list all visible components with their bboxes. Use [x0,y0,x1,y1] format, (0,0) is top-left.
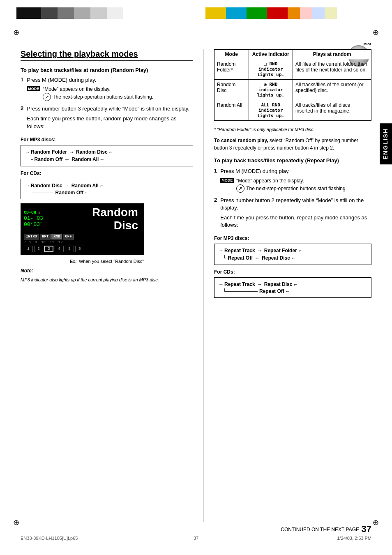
indicator-line: ◉ RND [264,82,277,87]
repeat-step1-number: 1 [214,168,217,194]
repeat-step1-text: Press M (MODE) during play. [220,168,371,175]
num-6: 6 [75,246,84,252]
main-content: Selecting the playback modes To play bac… [21,49,371,522]
cancel-text-block: To cancel random play, select “Random Of… [214,137,371,152]
display-title-large: RandomDisc [92,206,141,232]
table-cell-plays: All files of the current folder, then fi… [293,59,371,80]
reg-mark-bl: ⊕ [13,518,19,527]
table-cell-mode: Random Folder* [214,59,249,80]
display-top-numbers: 789101112 [24,240,141,244]
for-mp3-label: For MP3 discs: [21,137,193,143]
mode-table: Mode Active indicator Plays at random Ra… [214,49,371,121]
indicator-line: lights up. [257,72,284,77]
mp3-label: MP3 [363,42,371,46]
btn-rnd: RND [51,234,62,240]
indicator-line: indicator [258,108,283,113]
flow-cd-diagram: → Random Disc → Random All ⌐ └────── Ran… [21,179,193,199]
page-title: Selecting the playback modes [21,49,193,61]
repeat-step1-row: 1 Press M (MODE) during play. MODE “Mode… [214,168,371,194]
note-block: Note: [21,267,193,274]
flow-mp3-r2-i1: Random Off [35,157,63,162]
repeat-step2-row: 2 Press number button 2 repeatedly while… [214,197,371,232]
repeat-for-mp3-label: For MP3 discs: [214,235,371,241]
repeat-step1-content: Press M (MODE) during play. MODE “Mode” … [220,168,371,194]
step1-desc1: “Mode” appears on the display. [43,86,153,92]
table-cell-plays: All tracks/files of the current (or spec… [293,80,371,100]
repeat-step1-desc2: The next-step-operation buttons start fl… [246,186,347,191]
header-color-bars [16,7,376,19]
repeat-step2-content: Press number button 2 repeatedly while “… [220,197,371,232]
num-5: 5 [65,246,74,252]
indicator-line: indicator [258,67,283,72]
repeat-flow-mp3-diagram: → Repeat Track → Repeat Folder ⌐ └ Repea… [214,244,371,265]
ex-label: Ex.: When you select "Random Disc" [21,259,193,264]
step2-row: 2 Press number button 3 repeatedly while… [21,105,193,133]
step2-number: 2 [21,105,23,133]
table-cell-plays: All tracks/files of all discs inserted i… [293,100,371,121]
repeat-step1-desc1: “Mode” appears on the display. [236,178,347,184]
rep-flow-mp3-r1-i2: Repeat Folder [264,248,297,253]
step1-desc2: The next-step-operation buttons start fl… [53,94,153,100]
rep-flow-cd-r1-i1: Repeat Track [224,281,255,287]
table-row: Random Folder*□ RNDindicatorlights up.Al… [214,59,371,80]
table-row: Random Disc◉ RNDindicatorlights up.All t… [214,80,371,100]
flow-mp3-r1-i2: Random Disc [76,149,108,155]
arrow-icon-1: ↗ [43,93,51,101]
repeat-flow-cd-diagram: → Repeat Track → Repeat Disc ⌐ └────────… [214,277,371,298]
num-2: 2 [34,246,43,252]
continued-label: CONTINUED ON THE NEXT PAGE [281,527,359,532]
flow-mp3-r1-i1: Random Folder [31,149,67,155]
table-header-mode: Mode [214,50,249,59]
indicator-line: □ RND [264,61,277,67]
for-cds-label: For CDs: [21,170,193,176]
step1-row: 1 Press M (MODE) during play. MODE “Mode… [21,76,193,103]
rep-flow-cd-r1-i2: Repeat Disc [264,281,293,287]
reg-mark-tr: ⊕ [373,28,379,37]
rep-flow-cd-r2-item: Repeat Off [259,288,284,294]
step2-content: Press number button 3 repeatedly while “… [27,105,193,133]
table-cell-mode: Random All [214,100,249,121]
note-label: Note: [21,268,33,274]
footer-right: 1/24/03, 2:53 PM [337,536,371,541]
step1-text: Press M (MODE) during play. [27,76,193,84]
cancel-bold: To cancel random play, [214,138,268,143]
reg-mark-tl: ⊕ [13,28,19,37]
display-track: 01- 03 [24,215,43,221]
left-column: Selecting the playback modes To play bac… [21,49,193,522]
rep-flow-mp3-r1-i1: Repeat Track [224,248,255,253]
btn-rpt: RPT [40,234,51,240]
note-text: MP3 indicator also lights up if the curr… [21,277,193,283]
btn-off: OFF [63,234,74,240]
random-play-subtitle: To play back tracks/files at random (Ran… [21,67,193,73]
cd-display-mockup: CD-CH ▮ 01- 03 00’03″ RandomDisc INTRO R… [21,203,144,255]
column-divider [203,49,204,522]
num-3: 3 [44,246,53,252]
repeat-play-subtitle: To play back tracks/files repeatedly (Re… [214,157,371,164]
step2-desc: Each time you press the button, random p… [27,115,193,130]
table-cell-active: ALL RNDindicatorlights up. [249,100,293,121]
num-1: 1 [24,246,33,252]
repeat-mode-icon: MODE [220,178,234,183]
table-header-plays: Plays at random [293,50,371,59]
step1-content: Press M (MODE) during play. MODE “Mode” … [27,76,193,103]
display-mode: CD-CH [24,210,36,215]
repeat-step2-number: 2 [214,197,217,232]
step2-text: Press number button 3 repeatedly while “… [27,105,193,113]
indicator-line: indicator [258,87,283,92]
btn-intro: INTRO [24,234,39,240]
flow-cd-r2-item: Random Off [55,190,84,196]
flow-cd-r1-i2: Random All [71,183,99,189]
reg-mark-br: ⊕ [373,518,379,527]
step1-number: 1 [21,76,23,103]
table-header-active: Active indicator [249,50,293,59]
rep-flow-mp3-r2-i1: Repeat Off [228,255,253,261]
table-cell-active: □ RNDindicatorlights up. [249,59,293,80]
table-row: Random AllALL RNDindicatorlights up.All … [214,100,371,121]
english-sidebar-label: ENGLISH [380,123,392,164]
page-number: 37 [362,524,371,534]
repeat-step2-text: Press number button 2 repeatedly while “… [220,197,371,212]
mode-icon: MODE [27,86,40,91]
display-time: 00’03″ [24,221,43,228]
repeat-step2-desc: Each time you press the button, repeat p… [220,214,371,229]
flow-mp3-r2-i2: Random All [71,157,99,162]
